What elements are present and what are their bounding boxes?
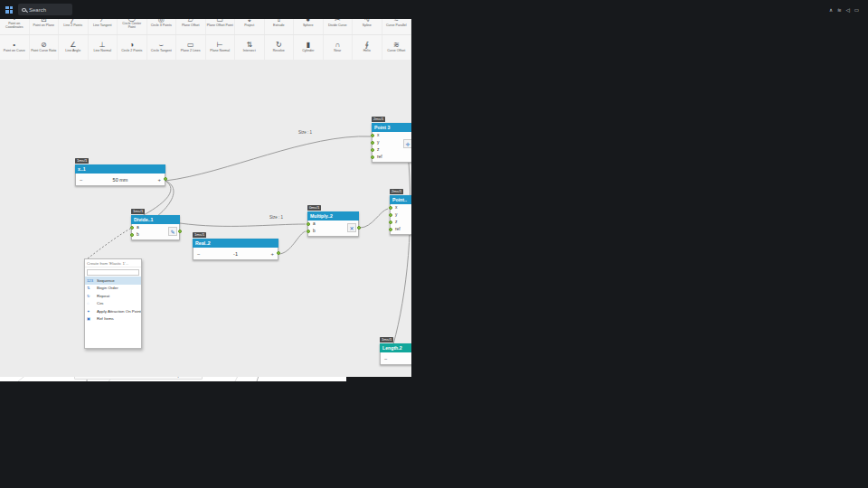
input-port-row: z bbox=[391, 219, 411, 226]
input-port[interactable] bbox=[389, 221, 392, 224]
node-curve-offset[interactable]: ≋ Curve Offset bbox=[382, 35, 412, 60]
taskbar-search-label: Search bbox=[29, 7, 46, 13]
menu-item-begin-order[interactable]: ⇅ Begin Order bbox=[85, 285, 141, 293]
node-perf-badge: 1ms/1 bbox=[380, 337, 393, 343]
palette-node-label: Curve Parallel bbox=[386, 24, 407, 28]
port-label: ref bbox=[377, 155, 382, 159]
node-point-curve-ratio[interactable]: ⊘ Point Curve Ratio bbox=[30, 35, 60, 60]
windows-start-icon[interactable] bbox=[5, 6, 13, 14]
tray-network-icon[interactable]: ≋ bbox=[837, 7, 842, 13]
palette-node-label: Line 2 Points bbox=[63, 24, 82, 28]
graph-node-multiply2[interactable]: 0ms/1 Multiply..2 ✕ ab bbox=[307, 211, 359, 237]
palette-node-label: Curve Offset bbox=[387, 50, 405, 53]
palette-node-label: Plane Offset bbox=[182, 24, 200, 28]
node-header[interactable]: x..1 bbox=[75, 164, 165, 174]
menu-item-circ[interactable]: ◌ Circ bbox=[85, 300, 141, 308]
tray-notifications-icon[interactable]: ▭ bbox=[854, 7, 859, 13]
node-circle-2-points[interactable]: ◑ Circle 2 Points bbox=[118, 35, 147, 60]
wire-x1-to-point3 bbox=[165, 136, 371, 181]
input-port-row: y bbox=[373, 139, 411, 146]
input-port[interactable] bbox=[307, 230, 310, 233]
node-value[interactable]: 50 mm bbox=[113, 177, 128, 183]
input-port[interactable] bbox=[130, 233, 134, 237]
node-header[interactable]: Multiply..2 bbox=[307, 211, 359, 221]
node-plane-2-lines[interactable]: ▭ Plane 2 Lines bbox=[176, 35, 206, 60]
tray-chevron-icon[interactable]: ∧ bbox=[829, 7, 833, 13]
port-label: x bbox=[377, 133, 379, 137]
menu-item-label: Begin Order bbox=[97, 286, 118, 290]
input-port[interactable] bbox=[371, 134, 374, 137]
input-port[interactable] bbox=[130, 226, 134, 230]
graph-node-divide1[interactable]: 1ms/1 Divide..1 ✎ ab bbox=[131, 215, 180, 240]
menu-item-icon: ▣ bbox=[87, 316, 95, 321]
menu-item-ref-items[interactable]: ▣ Ref Items bbox=[85, 315, 141, 324]
node-header[interactable]: Length.2 bbox=[380, 343, 411, 352]
system-tray: ∧ ≋ ◁ ▭ bbox=[829, 7, 863, 13]
input-port[interactable] bbox=[389, 228, 392, 231]
input-port[interactable] bbox=[371, 141, 374, 145]
stepper-plus-button[interactable]: + bbox=[157, 177, 161, 183]
tray-volume-icon[interactable]: ◁ bbox=[846, 7, 850, 13]
menu-item-label: Repeat bbox=[97, 294, 109, 298]
palette-node-label: Circle Tangent bbox=[151, 50, 172, 53]
graph-node-length2[interactable]: 1ms/1 Length.2 − bbox=[380, 343, 411, 365]
wire-size-label: Size : 1 bbox=[298, 130, 312, 135]
menu-item-repeat[interactable]: ↻ Repeat bbox=[85, 292, 141, 300]
palette-node-label: Line Angle bbox=[65, 50, 80, 53]
input-port[interactable] bbox=[307, 222, 310, 226]
node-circle-tangent[interactable]: ⌣ Circle Tangent bbox=[147, 35, 177, 60]
palette-node-label: Point on Curve bbox=[4, 50, 25, 53]
input-port-row: y bbox=[391, 211, 411, 219]
node-header[interactable]: Divide..1 bbox=[131, 215, 180, 224]
node-line-normal[interactable]: ⊥ Line Normal bbox=[89, 35, 118, 60]
input-port[interactable] bbox=[371, 155, 374, 159]
input-port[interactable] bbox=[389, 206, 392, 210]
port-label: a bbox=[313, 221, 316, 226]
context-menu-search-input[interactable] bbox=[87, 269, 139, 276]
stepper-plus-button[interactable]: + bbox=[270, 251, 274, 257]
node-revolve[interactable]: ↻ Revolve bbox=[265, 35, 295, 60]
taskbar-search[interactable]: Search bbox=[18, 4, 72, 15]
input-port[interactable] bbox=[389, 213, 392, 217]
stepper-minus-button[interactable]: − bbox=[384, 356, 388, 361]
node-value[interactable]: -1 bbox=[233, 251, 238, 257]
node-helix[interactable]: ∮ Helix bbox=[353, 35, 382, 60]
wire-real-to-multiply bbox=[278, 231, 306, 254]
input-port-row: ref bbox=[373, 154, 411, 161]
graph-node-real2[interactable]: 1ms/1 Real..2 − -1 + bbox=[193, 239, 278, 260]
node-header[interactable]: Point.. bbox=[390, 195, 411, 204]
palette-node-label: Line Tangent bbox=[93, 24, 112, 28]
output-port[interactable] bbox=[164, 177, 167, 181]
node-cylinder[interactable]: ▮ Cylinder bbox=[294, 35, 324, 60]
menu-item-sequence[interactable]: 123 Sequence bbox=[85, 277, 141, 285]
stepper-minus-button[interactable]: − bbox=[197, 251, 201, 257]
palette-node-label: Near bbox=[334, 50, 341, 53]
palette-node-label: Helix bbox=[363, 50, 371, 53]
node-perf-badge: 2ms/1 bbox=[372, 117, 385, 122]
node-plane-normal[interactable]: ⊢ Plane Normal bbox=[206, 35, 236, 60]
node-near[interactable]: ∩ Near bbox=[324, 35, 354, 60]
wire-divide-to-multiply bbox=[180, 223, 306, 226]
node-line-angle[interactable]: ∠ Line Angle bbox=[59, 35, 89, 60]
menu-item-apply-attraction[interactable]: ✦ Apply Attraction On Points bbox=[85, 307, 141, 315]
node-header[interactable]: Point 3 bbox=[372, 123, 411, 132]
port-label: z bbox=[377, 147, 379, 152]
port-label: z bbox=[395, 220, 397, 224]
palette-node-label: Revolve bbox=[273, 50, 285, 53]
graph-node-x1[interactable]: 1ms/1 x..1 − 50 mm + bbox=[75, 164, 165, 186]
menu-item-icon: ◌ bbox=[87, 301, 95, 305]
palette-node-label: Plane Normal bbox=[210, 50, 230, 53]
input-port[interactable] bbox=[371, 148, 374, 152]
output-port[interactable] bbox=[277, 251, 280, 255]
node-header[interactable]: Real..2 bbox=[193, 239, 278, 248]
palette-node-label: Project bbox=[244, 24, 254, 28]
graph-node-point2[interactable]: 2ms/1 Point.. xyzref bbox=[390, 195, 411, 235]
node-intersect[interactable]: ⇅ Intersect bbox=[235, 35, 265, 60]
palette-node-label: Plane 2 Lines bbox=[181, 50, 201, 53]
stepper-minus-button[interactable]: − bbox=[80, 177, 83, 183]
input-port-row: x bbox=[373, 132, 411, 139]
graph-node-point3[interactable]: 2ms/1 Point 3 ✛ xyzref bbox=[372, 123, 411, 163]
node-point-on-curve[interactable]: • Point on Curve bbox=[0, 35, 30, 60]
input-port-row: b bbox=[132, 231, 179, 239]
node-perf-badge: 2ms/1 bbox=[390, 189, 403, 194]
